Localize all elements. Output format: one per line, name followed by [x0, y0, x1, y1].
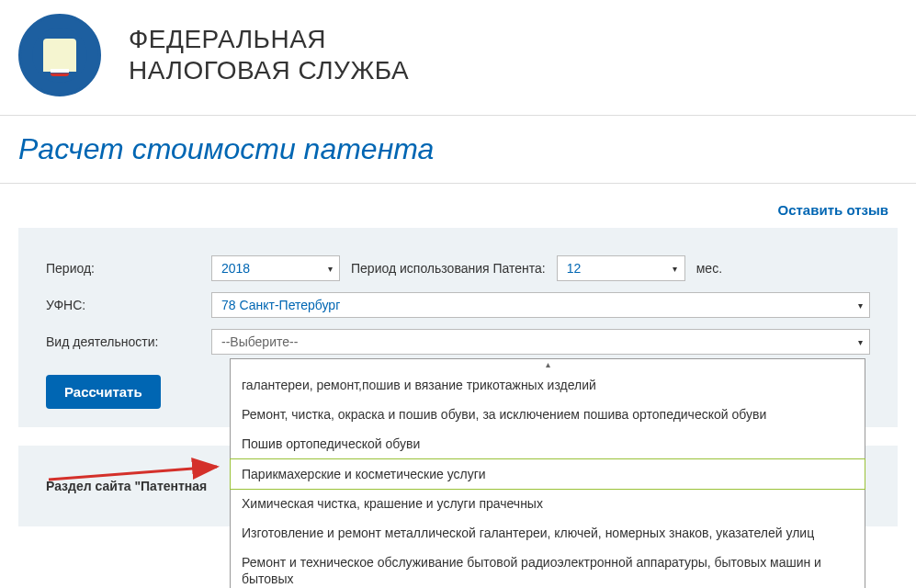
- period-year-select[interactable]: 2018 ▾: [211, 255, 340, 281]
- period-row: Период: 2018 ▾ Период использования Пате…: [46, 255, 870, 281]
- usage-months-select[interactable]: 12 ▾: [557, 255, 685, 281]
- chevron-down-icon: ▾: [321, 264, 339, 274]
- section-footer-label: Раздел сайта "Патентная: [46, 479, 207, 493]
- dropdown-item[interactable]: Химическая чистка, крашение и услуги пра…: [231, 489, 865, 518]
- page-title-section: Расчет стоимости патента: [0, 116, 916, 184]
- feedback-row: Оставить отзыв: [0, 184, 916, 228]
- period-label: Период:: [46, 261, 211, 276]
- chevron-down-icon: ▾: [666, 264, 684, 274]
- dropdown-item[interactable]: Ремонт и техническое обслуживание бытово…: [231, 548, 865, 588]
- activity-label: Вид деятельности:: [46, 334, 211, 349]
- site-header: ФЕДЕРАЛЬНАЯ НАЛОГОВАЯ СЛУЖБА: [0, 0, 916, 116]
- scroll-up-icon[interactable]: ▴: [231, 359, 865, 370]
- org-line2: НАЛОГОВАЯ СЛУЖБА: [129, 56, 409, 85]
- ufns-row: УФНС: 78 Санкт-Петербург ▾: [46, 292, 870, 318]
- dropdown-item[interactable]: галантереи, ремонт,пошив и вязание трико…: [231, 370, 865, 400]
- feedback-link[interactable]: Оставить отзыв: [778, 202, 889, 218]
- org-name: ФЕДЕРАЛЬНАЯ НАЛОГОВАЯ СЛУЖБА: [129, 24, 409, 85]
- calculate-button[interactable]: Рассчитать: [46, 375, 161, 409]
- dropdown-item-highlighted[interactable]: Парикмахерские и косметические услуги: [230, 458, 865, 490]
- dropdown-item[interactable]: Пошив ортопедической обуви: [231, 429, 865, 458]
- dropdown-item[interactable]: Изготовление и ремонт металлической гала…: [231, 518, 865, 548]
- usage-period-label: Период использования Патента:: [351, 261, 546, 276]
- page-title: Расчет стоимости патента: [18, 132, 898, 166]
- months-suffix: мес.: [696, 261, 722, 276]
- org-line1: ФЕДЕРАЛЬНАЯ: [129, 25, 326, 53]
- activity-select[interactable]: --Выберите-- ▾: [211, 329, 870, 355]
- chevron-down-icon: ▾: [851, 337, 869, 347]
- activity-row: Вид деятельности: --Выберите-- ▾: [46, 329, 870, 355]
- ufns-select[interactable]: 78 Санкт-Петербург ▾: [211, 292, 870, 318]
- activity-dropdown: ▴ галантереи, ремонт,пошив и вязание три…: [230, 358, 865, 588]
- period-year-value: 2018: [212, 255, 321, 281]
- usage-months-value: 12: [558, 255, 666, 281]
- dropdown-item[interactable]: Ремонт, чистка, окраска и пошив обуви, з…: [231, 400, 865, 429]
- fns-logo: [18, 14, 101, 96]
- ufns-label: УФНС:: [46, 298, 211, 312]
- chevron-down-icon: ▾: [851, 300, 869, 311]
- ufns-value: 78 Санкт-Петербург: [212, 292, 851, 318]
- activity-placeholder: --Выберите--: [212, 329, 851, 355]
